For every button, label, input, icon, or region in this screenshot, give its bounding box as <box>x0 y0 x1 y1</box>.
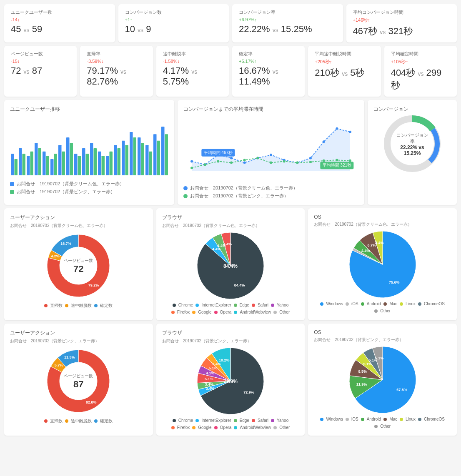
svg-point-52 <box>349 131 351 133</box>
metric-card: 平均確定時間 +105秒↑ 404秒 vs 299秒 <box>384 46 457 97</box>
section-row-2: ユーザーアクション お問合せ 20190702（背景ピンク、エラー赤） 82.8… <box>4 324 457 436</box>
legend-dot <box>374 309 378 313</box>
legend-label: Edge <box>240 303 249 307</box>
browser-subtitle-2: お問合せ 20190702（背景ピンク、エラー赤） <box>162 338 299 344</box>
action-center-label-2: ページビュー数 <box>64 373 93 379</box>
conv-legend-label-1: お問合せ 20190702（背景クリーム色、エラー赤） <box>190 185 298 191</box>
metric-change: +6.97%↑ <box>239 17 336 22</box>
svg-rect-33 <box>141 143 145 175</box>
svg-rect-37 <box>157 141 160 175</box>
browser-pie-wrap-1: 84.4%4.4%4.4%4.4% 84.4% <box>195 230 266 302</box>
legend-label: Firefox <box>177 310 190 314</box>
svg-rect-29 <box>125 145 129 175</box>
svg-rect-38 <box>161 127 165 175</box>
user-action-pie-1: 79.2%4.2%16.7% ページビュー数 72 <box>10 233 147 299</box>
legend-label: 途中離脱数 <box>71 303 92 309</box>
svg-point-40 <box>190 160 193 162</box>
browser-title-1: ブラウザ <box>162 214 299 221</box>
legend-label: Chrome <box>178 418 193 423</box>
svg-text:3.4%: 3.4% <box>206 386 215 390</box>
svg-point-57 <box>243 159 246 161</box>
conv-time-legend: お問合せ 20190702（背景クリーム色、エラー赤） お問合せ 2019070… <box>183 185 358 199</box>
legend-item: InternetExplorer <box>195 303 231 307</box>
conversion-time-chart: コンバージョンまでの平均滞在時間 平均時間 467秒平均時間 321秒 お問合せ… <box>178 100 364 205</box>
metric-change: +205秒↑ <box>315 59 374 65</box>
legend-label: Firefox <box>177 425 190 430</box>
legend-label: Yahoo <box>277 303 288 307</box>
svg-point-64 <box>336 159 338 161</box>
conv-legend-1: お問合せ 20190702（背景クリーム色、エラー赤） <box>183 185 358 191</box>
svg-point-56 <box>230 162 233 164</box>
legend-label: ChromeOS <box>424 302 445 306</box>
legend-dot <box>44 304 48 307</box>
metric-value: 16.67% vs 11.49% <box>239 65 298 87</box>
metric-label: コンバージョン率 <box>239 9 336 15</box>
svg-text:75.6%: 75.6% <box>389 280 400 284</box>
svg-point-53 <box>190 167 193 169</box>
metric-change: +1↑ <box>125 17 223 22</box>
legend-label: InternetExplorer <box>201 418 231 423</box>
legend-dot <box>214 311 218 314</box>
svg-point-62 <box>309 161 312 163</box>
action-legend-2: 直帰数 途中離脱数 確定数 <box>10 418 147 424</box>
legend-dot <box>173 419 176 422</box>
legend-dot <box>234 419 237 422</box>
os-subtitle-2: お問合せ 20190702（背景ピンク、エラー赤） <box>314 337 451 343</box>
svg-text:82.8%: 82.8% <box>86 400 97 404</box>
legend-item: AndroidWebview <box>234 425 271 430</box>
legend-item: 直帰数 <box>44 418 63 424</box>
metric-label: 直帰率 <box>87 51 146 57</box>
svg-rect-19 <box>86 154 89 175</box>
browser-center-label-2: 72.9% <box>223 379 238 384</box>
svg-rect-5 <box>30 152 34 175</box>
legend-label: Linux <box>406 302 416 306</box>
svg-rect-21 <box>94 148 97 175</box>
os-card-2: OS お問合せ 20190702（背景ピンク、エラー赤） 67.8%11.9%8… <box>308 324 457 436</box>
legend-dot <box>400 418 403 421</box>
svg-point-63 <box>323 159 325 162</box>
metric-card: 平均コンバージョン時間 +146秒↑ 467秒 vs 321秒 <box>346 4 457 42</box>
svg-rect-7 <box>38 148 42 175</box>
legend-label: Other <box>380 424 391 429</box>
legend-item: iOS <box>346 302 358 306</box>
conversion-donut-card: コンバージョン コンバージョン率 22.22% vs 15.25% <box>368 100 457 205</box>
legend-dot <box>273 426 277 429</box>
svg-rect-3 <box>23 154 26 175</box>
svg-text:11.5%: 11.5% <box>64 355 75 359</box>
legend-dot <box>400 302 403 306</box>
legend-dot <box>383 418 387 421</box>
metric-vs: vs <box>380 29 386 35</box>
browser-pie-2: 72.9%3.4%3.4%5.1%4.1%5.1%3.4%10.2% 72.9% <box>162 348 299 415</box>
svg-text:平均時間 467秒: 平均時間 467秒 <box>204 150 233 155</box>
legend-item: Windows <box>320 302 343 306</box>
legend-dot <box>171 426 175 429</box>
os-title-1: OS <box>314 214 451 220</box>
bar-chart-svg <box>10 117 168 175</box>
legend-dot <box>234 311 237 314</box>
legend-label: 途中離脱数 <box>71 418 92 424</box>
legend-label: Safari <box>258 418 268 423</box>
svg-text:3.4%: 3.4% <box>212 362 221 366</box>
metrics-row-1: ユニークユーザー数 -14↓ 45 vs 59 コンバージョン数 +1↑ 10 … <box>4 4 457 42</box>
svg-text:84.4%: 84.4% <box>234 283 245 287</box>
svg-rect-12 <box>58 145 62 175</box>
svg-rect-26 <box>114 145 117 175</box>
svg-rect-23 <box>102 156 105 175</box>
svg-text:4.2%: 4.2% <box>51 254 60 258</box>
legend-label: 直帰数 <box>50 303 63 309</box>
browser-legend-2: Chrome InternetExplorer Edge Safari Yaho… <box>162 418 299 430</box>
legend-item: InternetExplorer <box>195 418 231 423</box>
legend-item: ChromeOS <box>418 417 445 421</box>
browser-center-label-1: 84.4% <box>223 263 238 269</box>
legend-label: Windows <box>326 302 343 306</box>
legend-dot <box>320 418 323 421</box>
browser-pie-wrap-2: 72.9%3.4%3.4%5.1%4.1%5.1%3.4%10.2% 72.9% <box>195 346 266 418</box>
legend-color-1 <box>10 182 14 186</box>
svg-text:平均時間 321秒: 平均時間 321秒 <box>323 163 351 167</box>
svg-rect-15 <box>70 143 73 175</box>
svg-text:79.2%: 79.2% <box>88 283 99 287</box>
svg-text:4.4%: 4.4% <box>375 240 384 244</box>
svg-text:4.4%: 4.4% <box>223 242 232 246</box>
svg-rect-10 <box>50 159 54 175</box>
legend-dot <box>192 426 195 429</box>
